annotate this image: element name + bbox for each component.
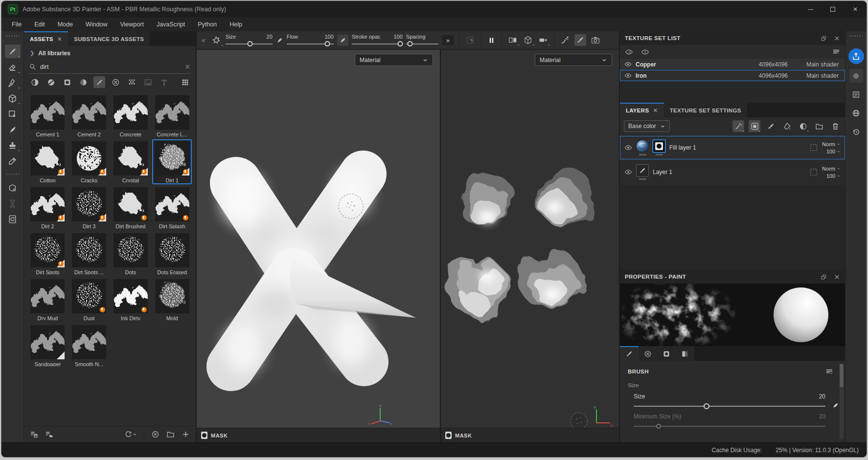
add-mask-button[interactable]	[749, 120, 760, 132]
close-panel-icon[interactable]	[834, 274, 840, 280]
close-button[interactable]: ✕	[844, 1, 867, 18]
close-panel-icon[interactable]	[834, 35, 840, 42]
add-group-button[interactable]	[813, 120, 825, 132]
add-paint-layer-button[interactable]	[765, 120, 777, 132]
asset-tile[interactable]: Dirt 3	[69, 185, 109, 230]
particles-button[interactable]	[559, 34, 571, 46]
list-save-button[interactable]	[30, 430, 38, 438]
tab-texture-set-settings[interactable]: TEXTURE SET SETTINGS	[664, 103, 747, 117]
asset-tile[interactable]: Mold	[152, 277, 192, 322]
tab-close-icon[interactable]: ✕	[57, 36, 62, 43]
share-button[interactable]	[848, 48, 864, 64]
history-button[interactable]	[849, 125, 863, 138]
size-slider[interactable]	[226, 42, 273, 46]
tab-assets[interactable]: ASSETS ✕	[24, 31, 68, 46]
asset-tile[interactable]: Ink Dirty	[111, 277, 151, 322]
paint-layer-thumbnail[interactable]	[636, 164, 649, 177]
layer-row[interactable]: Fill layer 1 Norm 100	[620, 136, 845, 159]
asset-tile[interactable]: Dirt 2	[28, 185, 68, 230]
folder-button[interactable]	[166, 430, 175, 438]
eraser-tool[interactable]	[5, 60, 21, 74]
flow-slider[interactable]	[287, 42, 334, 46]
3d-view-button[interactable]	[522, 34, 534, 46]
asset-tile[interactable]: Cracks	[69, 139, 109, 184]
subtab-alpha[interactable]	[639, 346, 657, 361]
eye-icon[interactable]	[624, 61, 632, 68]
delete-layer-button[interactable]	[829, 120, 841, 132]
search-input[interactable]	[40, 64, 181, 70]
eye-refresh-icon[interactable]	[625, 48, 633, 56]
brush-min-size-slider[interactable]	[634, 423, 825, 429]
asset-tile[interactable]: Cotton	[28, 139, 68, 184]
asset-tile[interactable]: Concrete L...	[152, 93, 192, 138]
tab-substance-3d-assets[interactable]: SUBSTANCE 3D ASSETS	[68, 31, 150, 46]
material-mode-dropdown-2d[interactable]: Material	[535, 54, 612, 66]
asset-tile[interactable]: Dots Erased	[152, 231, 192, 276]
undock-icon[interactable]	[821, 274, 827, 280]
channel-selector-dropdown[interactable]: Base color	[624, 120, 670, 132]
list-options-icon[interactable]	[832, 48, 840, 56]
brush-stamp-button[interactable]	[210, 34, 222, 46]
opacity-dropdown[interactable]: 100	[826, 149, 841, 154]
bake-pending[interactable]	[5, 197, 21, 210]
section-menu-icon[interactable]	[825, 368, 833, 375]
gear-button[interactable]	[849, 69, 863, 83]
pause-engine-button[interactable]	[486, 35, 497, 45]
filter-textures[interactable]	[126, 76, 137, 88]
asset-tile[interactable]: Dirt 1	[152, 139, 192, 184]
mask-thumbnail[interactable]	[653, 140, 665, 153]
projection-tool[interactable]	[5, 76, 21, 89]
blend-mode-dropdown[interactable]: Norm	[822, 166, 841, 172]
eye-icon[interactable]	[624, 72, 632, 79]
viewport-3d-canvas[interactable]: Material Y X z	[197, 50, 440, 428]
eye-icon[interactable]	[624, 168, 632, 176]
menu-viewport[interactable]: Viewport	[114, 18, 150, 31]
fill-material-thumbnail[interactable]	[636, 140, 649, 153]
asset-tile[interactable]: Cement 2	[69, 93, 109, 138]
asset-tile[interactable]: Cement 1	[28, 93, 68, 138]
asset-tile[interactable]: Dots	[111, 231, 151, 276]
stamp-tool[interactable]	[5, 138, 21, 152]
pen-pressure-flow-button[interactable]	[337, 35, 348, 46]
eye-one-icon[interactable]: 1	[641, 48, 649, 56]
blend-mode-dropdown[interactable]: Norm	[822, 141, 841, 147]
recent-clear-button[interactable]	[151, 430, 160, 438]
pen-pressure-icon[interactable]	[832, 402, 839, 409]
maximize-button[interactable]	[822, 1, 844, 18]
add-adjustment-button[interactable]	[797, 120, 809, 132]
toolbar-grip[interactable]	[6, 35, 19, 37]
asset-tile[interactable]: Dirt Splash	[152, 185, 192, 230]
menu-edit[interactable]: Edit	[28, 18, 51, 31]
toolbar-grip[interactable]	[850, 35, 863, 37]
asset-tile[interactable]: Dust	[69, 277, 109, 322]
filter-fonts[interactable]	[158, 76, 170, 88]
library-breadcrumb[interactable]: ❯ All libraries	[24, 46, 196, 60]
add-fill-layer-button[interactable]	[781, 120, 793, 132]
lasso-toggle-button[interactable]	[464, 34, 476, 46]
material-picker-tool[interactable]	[5, 154, 21, 168]
filter-brushes[interactable]	[93, 76, 105, 88]
add-effect-button[interactable]	[732, 120, 744, 132]
smudge-tool[interactable]	[5, 107, 21, 121]
grid-view-toggle[interactable]	[179, 76, 191, 88]
subtab-grayscale[interactable]	[676, 346, 694, 361]
collapse-toolbar-button[interactable]: «	[201, 36, 206, 44]
expand-toolbar-button[interactable]: »	[442, 35, 454, 45]
asset-tile[interactable]: Dry Mud	[28, 277, 68, 322]
tab-layers[interactable]: LAYERS ✕	[620, 103, 664, 117]
texture-set-row[interactable]: Iron 4096x4096 Main shader	[620, 70, 845, 81]
asset-tile[interactable]: Crystal	[111, 139, 151, 184]
pen-pressure-icon[interactable]	[276, 37, 283, 44]
tab-close-icon[interactable]: ✕	[653, 107, 658, 114]
globe-button[interactable]	[849, 106, 863, 120]
filter-materials[interactable]	[29, 76, 41, 88]
filter-smart-masks[interactable]	[61, 76, 73, 88]
paint-tool[interactable]	[5, 44, 21, 58]
asset-tile[interactable]: Dirt Spots	[28, 231, 68, 276]
minimize-button[interactable]	[799, 1, 822, 18]
asset-tile[interactable]: Smooth N...	[69, 323, 109, 368]
asset-tile[interactable]: Sandpaper	[28, 323, 68, 368]
bake-mode[interactable]	[5, 212, 21, 226]
export-assets[interactable]	[5, 181, 21, 195]
clear-search-icon[interactable]	[184, 64, 191, 70]
